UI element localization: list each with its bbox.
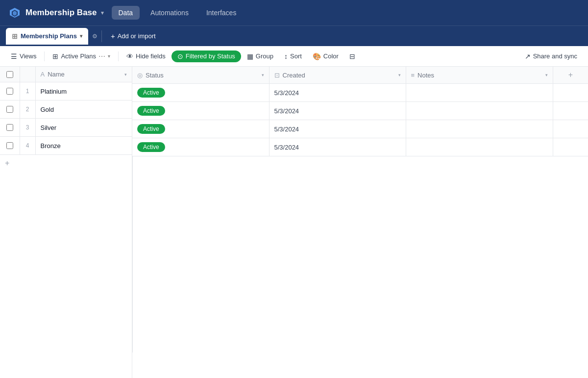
table-row: 3 Silver: [0, 119, 132, 137]
row-name-cell[interactable]: Gold: [35, 101, 132, 119]
left-table: A Name ▾ 1 Platinium: [0, 67, 132, 155]
row-empty-cell: [553, 138, 588, 156]
share-sync-icon: ↗: [525, 52, 531, 60]
group-button[interactable]: ▦ Group: [242, 50, 278, 63]
hide-fields-icon: 👁: [126, 52, 133, 60]
empty-area: [132, 156, 588, 353]
table-row: Active 5/3/2024: [132, 120, 588, 138]
status-col-label: Status: [146, 72, 164, 79]
status-badge: Active: [137, 142, 165, 152]
select-all-checkbox[interactable]: [6, 71, 13, 78]
header-notes-cell[interactable]: ≡ Notes ▾: [406, 67, 553, 84]
toolbar: ☰ Views ⊞ Active Plans ⋯ ▾ 👁 Hide fields…: [0, 46, 588, 67]
row-notes-cell[interactable]: [406, 84, 553, 102]
views-icon: ☰: [11, 52, 17, 60]
created-col-chevron-icon: ▾: [398, 73, 401, 77]
grid-icon: ⊞: [52, 52, 58, 60]
name-col-chevron-icon: ▾: [124, 72, 127, 77]
notes-col-chevron-icon: ▾: [545, 73, 548, 77]
header-checkbox-cell: [0, 67, 20, 82]
header-num-cell: [20, 67, 35, 82]
row-created-value: 5/3/2024: [274, 89, 299, 97]
status-badge: Active: [137, 106, 165, 116]
nav-tab-automations[interactable]: Automations: [144, 6, 196, 20]
color-icon: 🎨: [313, 52, 321, 60]
row-status-cell[interactable]: Active: [132, 102, 269, 120]
header-status-cell[interactable]: ◎ Status ▾: [132, 67, 269, 84]
notes-col-label: Notes: [417, 72, 434, 79]
row-name-cell[interactable]: Silver: [35, 119, 132, 137]
density-icon: ⊟: [349, 52, 355, 60]
nav-tab-interfaces[interactable]: Interfaces: [199, 6, 243, 20]
row-name-cell[interactable]: Platinium: [35, 82, 132, 101]
color-button[interactable]: 🎨 Color: [308, 50, 343, 63]
row-name-value: Platinium: [41, 88, 67, 95]
row-created-cell[interactable]: 5/3/2024: [269, 102, 406, 120]
add-row-button[interactable]: +: [0, 155, 132, 172]
header-add-col-cell[interactable]: +: [553, 67, 588, 84]
left-panel: A Name ▾ 1 Platinium: [0, 67, 132, 378]
row-num-cell: 1: [20, 82, 35, 101]
table-tab-chevron-icon: ▾: [80, 33, 82, 39]
table-row: 4 Bronze: [0, 137, 132, 155]
status-badge: Active: [137, 124, 165, 134]
row-name-cell[interactable]: Bronze: [35, 137, 132, 155]
filter-icon: ⊙: [177, 52, 183, 60]
row-num-cell: 4: [20, 137, 35, 155]
row-empty-cell: [553, 84, 588, 102]
membership-plans-tab[interactable]: ⊞ Membership Plans ▾: [6, 28, 88, 45]
row-created-cell[interactable]: 5/3/2024: [269, 138, 406, 156]
row-created-value: 5/3/2024: [274, 144, 299, 151]
table-row: Active 5/3/2024: [132, 102, 588, 120]
row-checkbox-cell: [0, 101, 20, 119]
main-content: A Name ▾ 1 Platinium: [0, 67, 588, 378]
table-tab-settings-icon[interactable]: ⚙: [92, 33, 98, 40]
hide-fields-button[interactable]: 👁 Hide fields: [122, 50, 171, 63]
toolbar-divider-1: [44, 51, 45, 61]
row-status-cell[interactable]: Active: [132, 120, 269, 138]
row-created-cell[interactable]: 5/3/2024: [269, 84, 406, 102]
header-name-cell[interactable]: A Name ▾: [35, 67, 132, 82]
add-import-label: Add or import: [118, 32, 156, 40]
row-notes-cell[interactable]: [406, 120, 553, 138]
add-import-button[interactable]: + Add or import: [106, 29, 161, 43]
table-tab-label: Membership Plans: [21, 32, 77, 40]
row-checkbox[interactable]: [6, 124, 13, 131]
row-notes-cell[interactable]: [406, 138, 553, 156]
row-checkbox-cell: [0, 119, 20, 137]
add-row-plus-icon: +: [5, 159, 9, 168]
created-col-icon: ⊡: [274, 72, 280, 79]
row-status-cell[interactable]: Active: [132, 138, 269, 156]
row-status-cell[interactable]: Active: [132, 84, 269, 102]
filter-button[interactable]: ⊙ Filtered by Status: [172, 50, 241, 62]
active-plans-button[interactable]: ⊞ Active Plans ⋯ ▾: [48, 50, 115, 63]
row-checkbox[interactable]: [6, 142, 13, 149]
row-checkbox[interactable]: [6, 106, 13, 113]
sort-button[interactable]: ↕ Sort: [279, 50, 307, 63]
share-sync-button[interactable]: ↗ Share and sync: [520, 50, 582, 63]
add-import-plus-icon: +: [111, 32, 115, 40]
row-created-value: 5/3/2024: [274, 126, 299, 133]
density-button[interactable]: ⊟: [344, 50, 360, 63]
hide-fields-label: Hide fields: [136, 52, 166, 60]
views-button[interactable]: ☰ Views: [6, 50, 41, 63]
created-col-label: Created: [283, 72, 305, 79]
row-checkbox[interactable]: [6, 88, 13, 95]
name-col-label: Name: [48, 71, 65, 78]
row-notes-cell[interactable]: [406, 102, 553, 120]
brand-chevron-icon: ▾: [101, 10, 104, 16]
row-name-value: Silver: [41, 124, 57, 131]
share-sync-label: Share and sync: [533, 52, 577, 60]
row-created-value: 5/3/2024: [274, 107, 299, 115]
filter-label: Filtered by Status: [186, 52, 235, 60]
row-name-value: Bronze: [41, 142, 61, 150]
row-number: 1: [26, 88, 29, 95]
top-nav: Membership Base ▾ Data Automations Inter…: [0, 0, 588, 25]
row-created-cell[interactable]: 5/3/2024: [269, 120, 406, 138]
status-badge: Active: [137, 88, 165, 98]
table-row: Active 5/3/2024: [132, 84, 588, 102]
active-plans-label: Active Plans: [61, 52, 96, 60]
nav-tab-data[interactable]: Data: [112, 6, 140, 20]
brand-logo[interactable]: Membership Base ▾: [8, 6, 104, 20]
header-created-cell[interactable]: ⊡ Created ▾: [269, 67, 406, 84]
